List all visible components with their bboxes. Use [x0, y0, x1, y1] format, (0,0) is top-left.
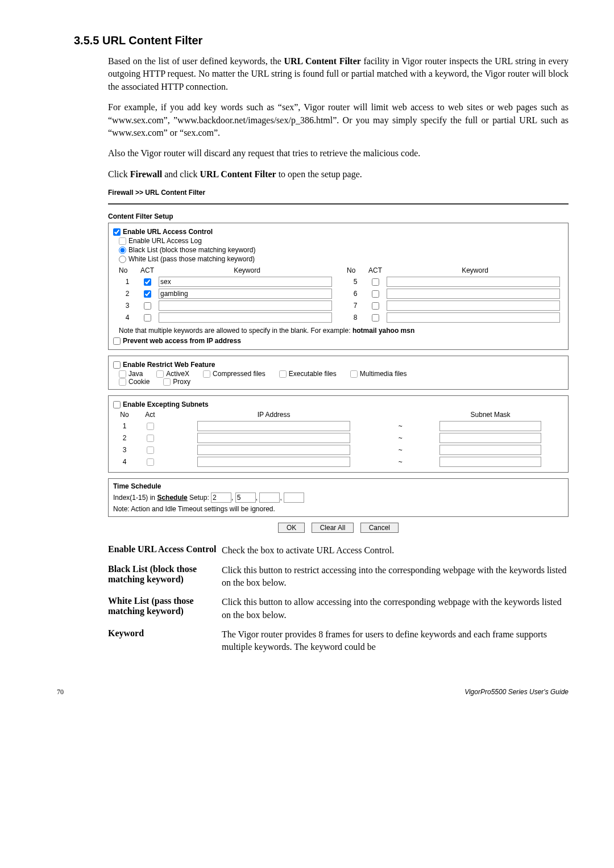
subnet-no: 1: [113, 422, 136, 430]
col-act: ACT: [136, 266, 159, 274]
proxy-checkbox[interactable]: [163, 378, 171, 386]
subnet-ip-input[interactable]: [197, 421, 351, 431]
def-desc: Check the box to activate URL Access Con…: [222, 544, 569, 557]
sched-input-2[interactable]: [235, 493, 256, 503]
kw-input[interactable]: [159, 312, 332, 323]
blacklist-label: Black List (block those matching keyword…: [128, 246, 255, 254]
proxy-label: Proxy: [173, 378, 190, 386]
col-keyword: Keyword: [387, 266, 563, 274]
subnet-mask-input[interactable]: [439, 457, 542, 467]
kw-no: 4: [119, 314, 136, 322]
sched-input-3[interactable]: [259, 493, 280, 503]
note-bold: hotmail yahoo msn: [352, 327, 414, 335]
kw-act-checkbox[interactable]: [144, 302, 151, 310]
kw-input[interactable]: [159, 289, 332, 299]
cancel-button[interactable]: Cancel: [360, 523, 399, 533]
subnet-act-checkbox[interactable]: [147, 423, 154, 430]
enable-url-access-checkbox[interactable]: [113, 228, 121, 236]
content-filter-setup-title: Content Filter Setup: [108, 212, 569, 220]
cookie-checkbox[interactable]: [119, 378, 126, 386]
subnet-mask-input[interactable]: [439, 433, 542, 443]
keyword-table: No ACT Keyword 1 2 3: [119, 264, 563, 324]
sched-label-pre: Index(1-15) in: [113, 494, 157, 502]
kw-input[interactable]: [387, 277, 560, 287]
para-4: Click Firewall and click URL Content Fil…: [108, 168, 569, 181]
kw-no: 7: [347, 302, 364, 310]
def-term: Keyword: [108, 628, 222, 654]
blacklist-radio[interactable]: [119, 247, 126, 254]
enable-url-log-checkbox[interactable]: [119, 237, 126, 245]
sched-input-1[interactable]: [211, 493, 231, 503]
sched-note: Note: Action and Idle Timeout settings w…: [113, 505, 563, 513]
excepting-subnets-panel: Enable Excepting Subnets No Act IP Addre…: [108, 395, 569, 473]
para1-a: Based on the list of user defined keywor…: [108, 56, 284, 66]
url-access-control-panel: Enable URL Access Control Enable URL Acc…: [108, 223, 569, 350]
enable-url-log-label: Enable URL Access Log: [128, 237, 202, 245]
keyword-row: 2: [119, 289, 335, 299]
subnet-ip-input[interactable]: [197, 433, 351, 443]
subnet-act-checkbox[interactable]: [147, 458, 154, 466]
subnet-mask-input[interactable]: [439, 421, 542, 431]
kw-input[interactable]: [387, 289, 560, 299]
def-row: White List (pass those matching keyword)…: [108, 596, 569, 621]
activex-label: ActiveX: [166, 370, 189, 378]
kw-act-checkbox[interactable]: [144, 278, 151, 286]
java-checkbox[interactable]: [119, 370, 126, 378]
kw-act-checkbox[interactable]: [372, 302, 379, 310]
kw-act-checkbox[interactable]: [144, 290, 151, 298]
kw-no: 1: [119, 278, 136, 286]
prevent-ip-checkbox[interactable]: [113, 337, 121, 345]
compressed-label: Compressed files: [213, 370, 265, 378]
subnet-ip-input[interactable]: [197, 445, 351, 455]
def-row: Keyword The Vigor router provides 8 fram…: [108, 628, 569, 654]
kw-no: 8: [347, 314, 364, 322]
para4-a: Click: [108, 169, 130, 179]
guide-name: VigorPro5500 Series User's Guide: [464, 688, 569, 696]
sched-input-4[interactable]: [284, 493, 304, 503]
col-keyword: Keyword: [159, 266, 335, 274]
multimedia-label: Multimedia files: [360, 370, 407, 378]
keyword-note: Note that multiple keywords are allowed …: [119, 327, 563, 335]
para1-b: URL Content Filter: [284, 56, 360, 66]
keyword-row: 5: [347, 277, 563, 287]
activex-checkbox[interactable]: [156, 370, 164, 378]
subnet-no: 3: [113, 446, 136, 454]
clear-all-button[interactable]: Clear All: [312, 523, 354, 533]
kw-input[interactable]: [159, 301, 332, 311]
para4-b: Firewall: [130, 169, 163, 179]
subnet-act-checkbox[interactable]: [147, 435, 154, 442]
keyword-row: 1: [119, 277, 335, 287]
keyword-row: 3: [119, 301, 335, 311]
kw-no: 5: [347, 278, 364, 286]
enable-restrict-checkbox[interactable]: [113, 361, 121, 369]
enable-url-access-label: Enable URL Access Control: [123, 228, 213, 236]
enable-excepting-checkbox[interactable]: [113, 401, 121, 408]
col-no: No: [119, 266, 136, 274]
prevent-ip-label: Prevent web access from IP address: [123, 337, 241, 345]
subnet-act-checkbox[interactable]: [147, 446, 154, 454]
def-desc: Click this button to allow accessing int…: [222, 596, 569, 621]
schedule-link[interactable]: Schedule: [157, 494, 187, 502]
executable-checkbox[interactable]: [279, 370, 287, 378]
time-schedule-panel: Time Schedule Index(1-15) in Schedule Se…: [108, 478, 569, 517]
kw-input[interactable]: [159, 277, 332, 287]
kw-act-checkbox[interactable]: [372, 278, 379, 286]
subnet-ip-input[interactable]: [197, 457, 351, 467]
compressed-checkbox[interactable]: [203, 370, 210, 378]
kw-act-checkbox[interactable]: [372, 290, 379, 298]
subnet-row: 1~: [113, 421, 563, 431]
kw-no: 3: [119, 302, 136, 310]
subnet-mask-input[interactable]: [439, 445, 542, 455]
multimedia-checkbox[interactable]: [350, 370, 358, 378]
keyword-row: 6: [347, 289, 563, 299]
kw-act-checkbox[interactable]: [372, 314, 379, 322]
kw-input[interactable]: [387, 301, 560, 311]
tilde-icon: ~: [383, 446, 417, 454]
whitelist-radio[interactable]: [119, 256, 126, 263]
ok-button[interactable]: OK: [278, 523, 305, 533]
para-3: Also the Vigor router will discard any r…: [108, 147, 569, 160]
kw-input[interactable]: [387, 312, 560, 323]
subnet-col-act: Act: [136, 411, 164, 419]
subnet-row: 4~: [113, 457, 563, 467]
kw-act-checkbox[interactable]: [144, 314, 151, 322]
